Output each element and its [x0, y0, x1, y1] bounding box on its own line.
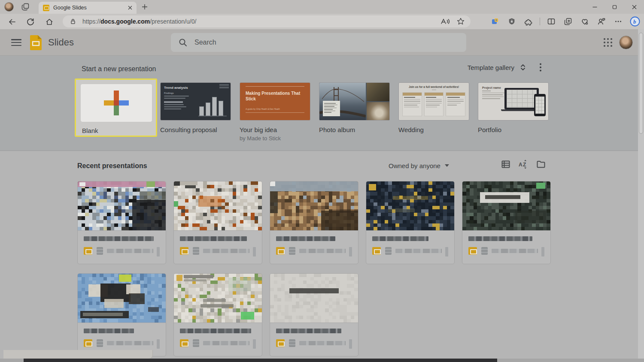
presentation-title-redacted	[84, 329, 134, 333]
collections-icon[interactable]	[562, 16, 574, 27]
presentation-more-options-icon[interactable]	[541, 247, 544, 256]
presentation-date-redacted	[299, 341, 346, 345]
presentation-thumbnail-redacted	[174, 181, 262, 231]
presentation-more-options-icon[interactable]	[157, 247, 160, 256]
ownership-filter-dropdown[interactable]: Owned by anyone	[389, 160, 449, 171]
presentation-meta-redacted	[289, 339, 295, 347]
window-maximize-button[interactable]	[605, 0, 624, 14]
presentation-date-redacted	[203, 249, 249, 253]
new-presentation-plus-icon	[104, 90, 129, 115]
presentation-more-options-icon[interactable]	[445, 247, 448, 256]
recent-presentation-card[interactable]	[366, 181, 455, 264]
presentation-date-redacted	[395, 249, 442, 253]
search-bar[interactable]	[171, 33, 466, 52]
template-thumbnail: Project name	[478, 82, 549, 121]
lock-icon[interactable]	[70, 18, 76, 25]
presentation-title-redacted	[372, 236, 428, 241]
recent-presentation-card[interactable]	[77, 273, 166, 356]
recent-presentation-card[interactable]	[270, 181, 358, 264]
main-menu-icon[interactable]	[11, 38, 21, 47]
list-view-icon[interactable]	[501, 159, 511, 169]
template-label: Photo album	[319, 126, 390, 133]
presentation-title-redacted	[276, 236, 335, 241]
template-label: Your big idea	[240, 126, 310, 133]
template-thumbnail: Trend analysis Findings	[160, 82, 231, 121]
open-file-picker-folder-icon[interactable]	[536, 159, 546, 169]
slides-file-icon	[372, 247, 381, 255]
template-label: Blank	[82, 127, 152, 134]
presentation-more-options-icon[interactable]	[253, 247, 256, 256]
templates-section: Start a new presentation Template galler…	[0, 56, 644, 151]
search-icon	[178, 38, 188, 47]
tab-close-icon[interactable]	[128, 6, 132, 10]
back-icon[interactable]	[6, 17, 18, 27]
template-thumbnail: Making Presentations That Stick A guide …	[240, 82, 310, 121]
sort-az-icon[interactable]: AZ	[518, 159, 529, 169]
recent-presentation-card[interactable]	[77, 181, 166, 264]
template-card-blank[interactable]	[80, 84, 152, 122]
presentation-more-options-icon[interactable]	[349, 247, 352, 256]
phone-graphic	[534, 94, 546, 116]
search-input[interactable]	[194, 39, 466, 46]
template-card-portfolio[interactable]: Project name Portfolio	[478, 82, 549, 142]
template-card-photo-album[interactable]: Photo album	[319, 82, 390, 142]
new-tab-button[interactable]	[142, 4, 148, 10]
address-bar[interactable]: https://docs.google.com/presentation/u/0…	[63, 15, 471, 27]
slides-product-icon[interactable]	[30, 35, 42, 50]
recent-presentation-card[interactable]	[462, 181, 551, 264]
refresh-icon[interactable]	[24, 17, 37, 27]
browser-essentials-icon[interactable]	[579, 16, 590, 27]
url-text: https://docs.google.com/presentation/u/0…	[82, 18, 440, 25]
template-gallery-expand-icon[interactable]	[519, 63, 526, 72]
window-controls	[585, 0, 644, 14]
recent-presentation-card[interactable]	[270, 273, 358, 356]
horizontal-scrollbar-thumb[interactable]	[24, 359, 497, 362]
template-card-consulting-proposal[interactable]: Trend analysis Findings Consulting propo…	[160, 82, 231, 142]
presentation-more-options-icon[interactable]	[349, 339, 352, 349]
window-close-button[interactable]	[624, 0, 644, 14]
templates-section-title: Start a new presentation	[82, 65, 156, 73]
svg-text:Z: Z	[523, 162, 526, 168]
google-apps-grid-icon[interactable]	[603, 37, 613, 48]
shield-extension-icon[interactable]	[506, 16, 517, 27]
browser-profile-avatar[interactable]	[4, 2, 14, 12]
split-screen-icon[interactable]	[546, 16, 557, 27]
bing-chat-icon[interactable]: b	[629, 16, 641, 27]
window-minimize-button[interactable]	[585, 0, 605, 14]
presentation-more-options-icon[interactable]	[157, 339, 160, 349]
presentation-thumbnail-redacted	[366, 181, 454, 231]
slides-header: Slides	[0, 29, 644, 56]
browser-tab[interactable]: Google Slides	[39, 2, 137, 14]
recent-presentation-card[interactable]	[173, 273, 262, 356]
presentation-thumbnail-redacted	[174, 274, 262, 323]
templates-more-options-icon[interactable]	[539, 63, 542, 72]
template-thumbnail: Join us for a full weekend of activities…	[398, 82, 469, 121]
presentation-meta-redacted	[289, 247, 295, 255]
recent-presentation-card[interactable]	[173, 181, 262, 264]
slides-file-icon	[84, 247, 92, 255]
slides-file-icon	[180, 247, 188, 255]
presentation-thumbnail-redacted	[78, 274, 166, 323]
vertical-scrollbar-thumb[interactable]	[639, 33, 643, 134]
settings-more-icon[interactable]	[613, 16, 624, 27]
template-gallery-button[interactable]: Template gallery	[468, 64, 514, 71]
presentation-thumbnail-redacted	[270, 274, 358, 323]
presentation-meta-redacted	[97, 339, 103, 347]
read-aloud-icon[interactable]	[440, 18, 450, 25]
feedback-person-icon[interactable]	[596, 16, 607, 27]
app-name[interactable]: Slides	[48, 29, 74, 56]
favorites-star-icon[interactable]	[457, 18, 465, 25]
template-sublabel: by Made to Stick	[240, 135, 310, 142]
account-avatar[interactable]	[619, 36, 633, 49]
presentation-more-options-icon[interactable]	[253, 339, 256, 349]
extensions-puzzle-icon[interactable]	[523, 16, 534, 27]
browser-toolbar: https://docs.google.com/presentation/u/0…	[0, 14, 644, 29]
home-icon[interactable]	[43, 17, 56, 27]
shopping-extension-icon[interactable]	[489, 16, 501, 27]
presentation-meta-redacted	[385, 247, 392, 255]
presentation-title-redacted	[84, 236, 154, 241]
template-card-wedding[interactable]: Join us for a full weekend of activities…	[398, 82, 469, 142]
presentation-date-redacted	[203, 341, 249, 345]
tab-workspaces-icon[interactable]	[21, 3, 30, 11]
template-card-your-big-idea[interactable]: Making Presentations That Stick A guide …	[240, 82, 310, 142]
